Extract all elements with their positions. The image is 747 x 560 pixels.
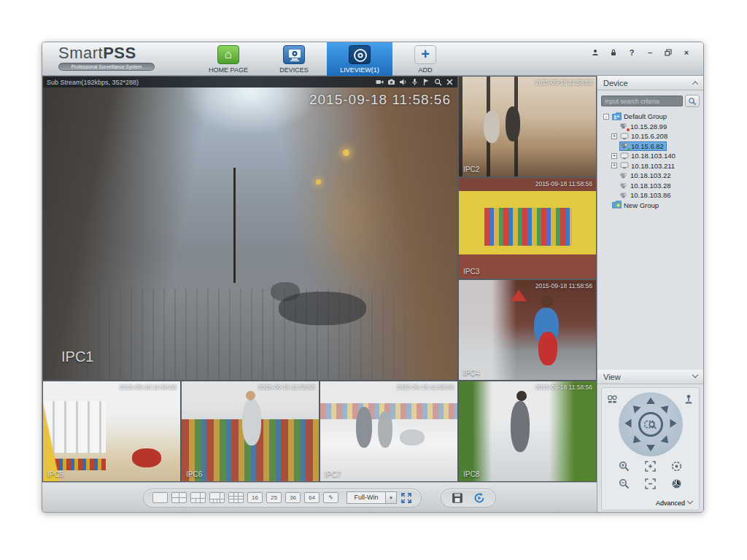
video-header-bar: Sub Stream(192kbps, 352*288) [43,77,457,88]
photo-decoration [484,111,500,143]
iris-open-icon[interactable] [671,461,682,472]
tour-refresh-icon[interactable] [473,492,485,504]
tree-item-10-18-103-140[interactable]: + 10.18.103.140 [601,151,700,161]
user-icon[interactable] [590,48,600,57]
tree-item-new-group[interactable]: New Group [601,201,700,211]
digital-zoom-icon[interactable] [434,78,442,86]
tree-item-10-18-103-211[interactable]: + 10.18.103.211 [601,161,700,171]
split-4-button[interactable] [171,492,187,503]
tree-item-10-15-6-208[interactable]: + 10.15.6.208 [601,131,700,141]
collapse-expander[interactable]: - [603,114,609,120]
tree-item-default-group[interactable]: - Default Group [601,112,700,122]
camera-feed-cafe [459,77,596,176]
timestamp: 2015-09-18 11:58:56 [258,384,315,391]
close-button[interactable]: × [681,48,692,57]
group-folder-icon [612,112,622,120]
ptz-buttons [611,461,690,489]
camera-icon [620,172,628,179]
device-section-header[interactable]: Device [597,76,703,90]
expand-expander[interactable]: + [611,133,617,139]
search-button[interactable] [685,95,700,107]
tree-item-10-18-103-28[interactable]: 10.18.103.28 [601,181,700,191]
tree-item-label: Default Group [624,112,667,120]
timestamp: 2015-09-18 11:58:56 [535,282,592,289]
video-tile-ipc2[interactable]: 2015-09-18 11:58:56 IPC2 [458,76,597,177]
device-icon [620,152,629,160]
ptz-left-arrow[interactable] [624,419,631,428]
expand-expander[interactable]: + [611,163,617,168]
close-video-icon[interactable] [446,78,454,86]
video-tile-ipc1[interactable]: Sub Stream(192kbps, 352*288) 2015-09-18 … [42,76,458,381]
video-tile-ipc4[interactable]: 2015-09-18 11:58:56 IPC4 [458,279,597,381]
split-8-button[interactable] [209,492,225,503]
focus-sub-icon[interactable] [645,478,656,489]
lock-icon[interactable] [608,48,619,57]
split-25-button[interactable]: 25 [266,492,282,503]
split-64-button[interactable]: 64 [304,492,320,503]
dropdown-arrow-icon[interactable]: ▼ [386,491,397,504]
expand-expander[interactable]: + [611,153,617,159]
audio-icon[interactable] [399,78,407,86]
video-tile-ipc6[interactable]: 2015-09-18 11:58:56 IPC6 [181,381,320,482]
tab-add[interactable]: + ADD [392,42,458,76]
ptz-down-arrow[interactable] [646,445,655,451]
talk-icon[interactable] [411,78,419,86]
video-tile-ipc7[interactable]: 2015-09-18 11:58:56 IPC7 [320,381,458,482]
collapse-up-icon [692,81,698,87]
camera-label: IPC4 [463,369,479,377]
tab-devices[interactable]: DEVICES [261,42,327,76]
search-icon [688,97,697,106]
restore-button[interactable] [663,48,673,57]
ptz-panel: Advanced [601,387,700,510]
help-button[interactable]: ? [627,48,637,57]
ptz-up-right-arrow[interactable] [660,402,671,413]
advanced-toggle[interactable]: Advanced [656,499,692,507]
view-section-header[interactable]: View [597,370,703,384]
split-9-button[interactable] [228,492,244,503]
iris-close-icon[interactable] [671,478,682,489]
timestamp: 2015-09-18 11:58:56 [535,384,592,391]
focus-add-icon[interactable] [645,461,656,472]
snapshot-icon[interactable] [387,78,395,86]
video-tile-ipc8[interactable]: 2015-09-18 11:58:56 IPC8 [458,381,597,482]
ptz-down-right-arrow[interactable] [660,435,671,446]
ptz-down-left-arrow[interactable] [630,435,640,446]
photo-decoration [242,399,261,446]
save-view-icon[interactable] [452,492,463,504]
split-16-button[interactable]: 16 [247,492,263,503]
photo-decoration [316,179,321,184]
custom-split-button[interactable]: ✎ [323,492,338,503]
tree-item-10-18-103-86[interactable]: 10.18.103.86 [601,190,700,201]
minimize-button[interactable]: – [645,48,655,57]
liveview-grid: Sub Stream(192kbps, 352*288) 2015-09-18 … [42,76,597,482]
mouse-simulate-icon[interactable] [608,394,617,407]
split-1-button[interactable] [152,492,168,503]
timestamp: 2015-09-18 11:58:56 [309,92,451,108]
photo-decoration [132,448,161,467]
app-window: SmartPSS Professional Surveillance Syste… [42,42,704,513]
tree-item-label: 10.15.28.99 [630,122,667,131]
photo-decoration [541,295,553,307]
ptz-up-arrow[interactable] [646,397,655,404]
ptz-right-arrow[interactable] [670,419,676,428]
device-search-input[interactable] [601,96,683,106]
split-6-button[interactable] [190,492,206,503]
zoom-out-icon[interactable] [619,478,630,489]
ptz-up-left-arrow[interactable] [630,402,640,413]
tree-item-10-18-103-22[interactable]: 10.18.103.22 [601,171,700,181]
zoom-in-icon[interactable] [619,461,630,472]
fullwin-dropdown[interactable]: Full-Win ▼ [347,491,397,504]
camera-label: IPC6 [186,470,202,478]
tree-item-10-15-28-99[interactable]: 10.15.28.99 [601,122,700,132]
tab-home-page[interactable]: ⌂ HOME PAGE [196,42,261,76]
tab-liveview[interactable]: LIVEVIEW(1) [327,42,392,76]
joystick-icon[interactable] [684,394,693,407]
split-36-button[interactable]: 36 [285,492,301,503]
video-tile-ipc3[interactable]: 2015-09-18 11:58:56 IPC3 [458,177,597,279]
playback-icon[interactable] [422,78,430,86]
video-tile-ipc5[interactable]: 2015-09-18 11:58:56 IPC5 [42,381,181,482]
fullscreen-icon[interactable] [400,492,412,504]
record-icon[interactable] [376,78,384,86]
tree-item-10-15-6-82[interactable]: 10.15.6.82 [601,141,700,152]
ptz-area-zoom-button[interactable] [638,412,663,437]
